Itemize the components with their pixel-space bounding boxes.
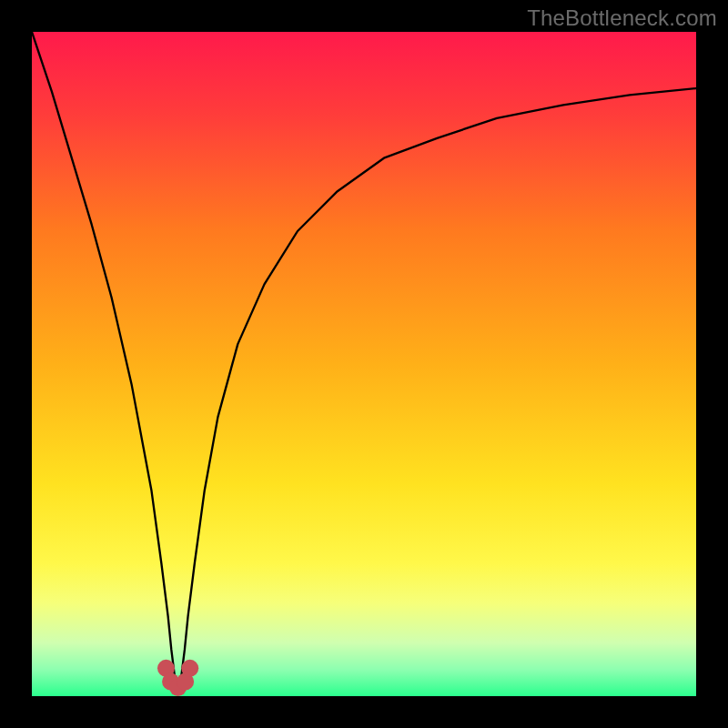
marker-dot [181, 660, 198, 677]
curve-layer [32, 32, 696, 696]
watermark-text: TheBottleneck.com [527, 5, 717, 31]
chart-frame: TheBottleneck.com [0, 0, 728, 728]
bottleneck-curve [32, 32, 696, 688]
plot-area [32, 32, 696, 696]
markers [157, 660, 198, 696]
